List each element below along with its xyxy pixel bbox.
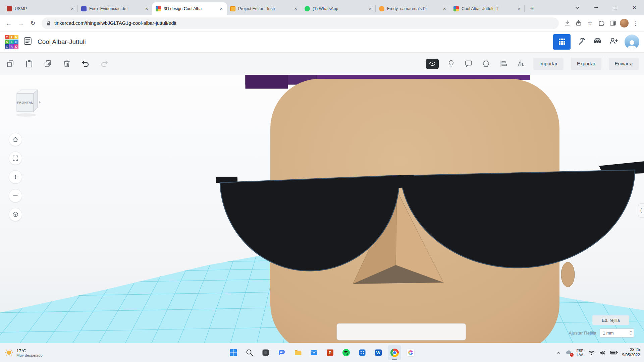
3d-viewport[interactable]: FRONTAL ( Ed. rejilla <box>0 75 644 343</box>
comment-bubble-icon[interactable] <box>464 59 474 69</box>
plus-icon <box>12 174 19 180</box>
spotify-icon[interactable] <box>339 345 353 360</box>
tab-close-icon[interactable]: × <box>69 6 75 12</box>
pickaxe-icon[interactable] <box>577 37 586 47</box>
copy-icon[interactable] <box>5 59 15 69</box>
clock-widget[interactable]: 23:25 9/05/2022 <box>622 347 640 358</box>
spinner-up-icon[interactable]: ▴ <box>630 329 632 333</box>
chrome-menu-kebab-icon[interactable]: ⋮ <box>630 17 641 29</box>
perspective-toggle-button[interactable] <box>9 208 22 221</box>
language-indicator[interactable]: ESP LAA <box>577 349 584 357</box>
tab-project-editor[interactable]: Project Editor - Instr × <box>227 2 301 15</box>
url-omnibox[interactable]: tinkercad.com/things/iwbJGLTAG1g-cool-al… <box>42 17 559 29</box>
view-design-button[interactable] <box>426 59 439 69</box>
mail-icon[interactable] <box>307 345 321 360</box>
logo-tile: R <box>14 40 18 44</box>
tab-close-icon[interactable]: × <box>293 6 299 12</box>
dark-app-icon[interactable] <box>259 345 272 360</box>
download-icon[interactable] <box>561 17 573 29</box>
forward-button[interactable]: → <box>15 17 27 29</box>
fit-view-button[interactable] <box>9 152 22 165</box>
clock-date: 9/05/2022 <box>622 353 640 358</box>
tab-search-chevron-icon[interactable] <box>568 0 587 15</box>
character-mouth[interactable] <box>337 323 466 340</box>
wifi-icon[interactable] <box>588 350 595 356</box>
tab-cool-albar-juttuli[interactable]: Cool Albar-Juttuli | T × <box>450 2 525 15</box>
minimize-button[interactable] <box>587 0 606 15</box>
grid-icon <box>559 39 565 45</box>
paste-icon[interactable] <box>24 59 34 69</box>
tab-close-icon[interactable]: × <box>516 6 522 12</box>
tab-close-icon[interactable]: × <box>442 6 447 12</box>
zoom-out-button[interactable] <box>9 189 22 202</box>
rotate-arrow-icon[interactable] <box>39 101 41 104</box>
bricks-icon[interactable] <box>593 37 602 47</box>
powerpoint-icon[interactable]: P <box>323 345 337 360</box>
tab-close-icon[interactable]: × <box>367 6 373 12</box>
delete-trash-icon[interactable] <box>62 59 72 69</box>
spinner-icons[interactable]: ▴ ▾ <box>630 329 632 336</box>
send-to-button[interactable]: Enviar a <box>609 58 639 70</box>
onedrive-status-icon[interactable]: × <box>566 350 572 356</box>
tab-foro-evidencias[interactable]: Foro_Evidencias de t × <box>78 2 152 15</box>
extensions-puzzle-icon[interactable] <box>596 17 607 29</box>
tab-close-icon[interactable]: × <box>218 6 224 12</box>
tab-whatsapp[interactable]: (1) WhatsApp × <box>301 2 376 15</box>
edit-grid-button[interactable]: Ed. rejilla <box>592 315 629 325</box>
show-hidden-bulb-icon[interactable] <box>446 59 456 69</box>
undo-icon[interactable] <box>80 59 91 69</box>
battery-icon[interactable] <box>610 350 618 355</box>
align-icon[interactable] <box>498 59 508 69</box>
import-button[interactable]: Importar <box>533 58 564 70</box>
mirror-flip-icon[interactable] <box>516 59 526 69</box>
chat-teams-icon[interactable] <box>275 345 288 360</box>
bookmark-star-icon[interactable]: ☆ <box>584 17 596 29</box>
search-button[interactable] <box>243 345 256 360</box>
close-window-button[interactable]: × <box>625 0 644 15</box>
character-ear[interactable] <box>561 262 575 287</box>
tab-fredy-camarena[interactable]: Fredy_camarena's Pr × <box>376 2 450 15</box>
spinner-down-icon[interactable]: ▾ <box>630 333 632 336</box>
weather-text: 17°C Muy despejado <box>16 348 43 357</box>
profile-avatar[interactable] <box>619 17 630 29</box>
account-avatar[interactable] <box>625 35 639 49</box>
tab-3d-design-active[interactable]: 3D design Cool Alba × <box>152 2 227 15</box>
reload-button[interactable]: ↻ <box>27 17 39 29</box>
teams-favicon <box>81 6 87 11</box>
dashboard-grid-button[interactable] <box>553 34 571 50</box>
clipchamp-icon[interactable] <box>404 345 417 360</box>
blue-grid-app-icon[interactable] <box>356 345 369 360</box>
back-button[interactable]: ← <box>3 17 15 29</box>
duplicate-icon[interactable] <box>43 59 53 69</box>
collapse-panel-handle[interactable]: ( <box>638 203 644 218</box>
error-badge: × <box>570 353 574 357</box>
3d-scene[interactable] <box>0 75 644 343</box>
chrome-icon[interactable] <box>388 345 401 360</box>
tab-close-icon[interactable]: × <box>144 6 150 12</box>
start-button[interactable] <box>227 345 240 360</box>
redo-icon[interactable] <box>99 59 109 69</box>
zoom-in-button[interactable] <box>9 170 22 184</box>
tab-label: Cool Albar-Juttuli | T <box>462 6 516 11</box>
shape-outline-icon[interactable] <box>481 59 491 69</box>
word-icon[interactable]: W <box>372 345 385 360</box>
share-icon[interactable] <box>573 17 584 29</box>
volume-icon[interactable] <box>599 350 606 356</box>
taskbar-dock: P W <box>227 343 417 362</box>
weather-widget[interactable]: 17°C Muy despejado <box>0 348 43 357</box>
export-button[interactable]: Exportar <box>571 58 601 70</box>
snap-grid-select[interactable]: 1 mm ▴ ▾ <box>600 328 634 338</box>
invite-person-icon[interactable] <box>609 37 618 47</box>
file-explorer-icon[interactable] <box>291 345 305 360</box>
side-panel-icon[interactable] <box>607 17 619 29</box>
tinkercad-logo[interactable]: T I N K E R C A D <box>5 35 18 49</box>
design-menu-icon[interactable] <box>23 37 32 47</box>
maximize-button[interactable] <box>606 0 625 15</box>
new-tab-button[interactable]: + <box>527 4 537 13</box>
view-cube[interactable]: FRONTAL <box>11 88 42 118</box>
tab-usmp[interactable]: USMP × <box>3 2 78 15</box>
tray-chevron-up-icon[interactable] <box>556 350 561 355</box>
design-title: Cool Albar-Juttuli <box>38 38 86 46</box>
logo-tile: C <box>5 44 9 49</box>
home-view-button[interactable] <box>9 133 22 146</box>
